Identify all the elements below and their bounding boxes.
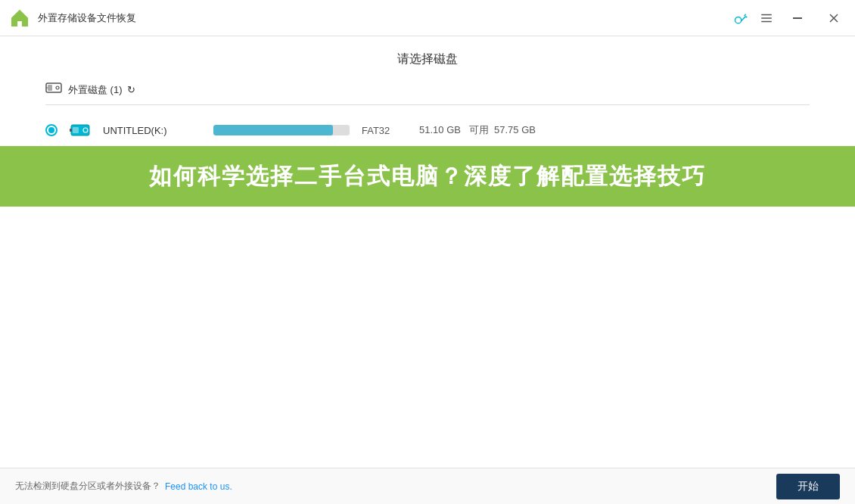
minimize-button[interactable] [785,6,810,30]
main-content: 请选择磁盘 外置磁盘 (1) ↻ UNTITLED(K:) [0,36,855,468]
disk-radio[interactable] [45,124,58,136]
bottom-status: 无法检测到硬盘分区或者外接设备？ Feed back to us. [15,480,232,493]
feedback-link[interactable]: Feed back to us. [165,481,232,492]
disk-filesystem: FAT32 [362,125,407,136]
disk-size-info: 51.10 GB 可用 57.75 GB [419,123,536,137]
close-button[interactable] [822,6,846,30]
usb-drive-icon [70,122,91,138]
home-icon[interactable] [9,8,30,29]
external-drive-section-icon [45,81,62,98]
banner[interactable]: 如何科学选择二手台式电脑？深度了解配置选择技巧 [0,146,855,207]
disk-name: UNTITLED(K:) [103,125,201,136]
titlebar: 外置存储设备文件恢复 [0,0,855,36]
start-button[interactable]: 开始 [776,474,840,499]
app-title: 外置存储设备文件恢复 [38,11,734,25]
svg-point-9 [56,86,59,89]
status-text: 无法检测到硬盘分区或者外接设备？ [15,480,160,493]
bottom-bar: 无法检测到硬盘分区或者外接设备？ Feed back to us. 开始 [0,468,855,504]
disk-row[interactable]: UNTITLED(K:) FAT32 51.10 GB 可用 57.75 GB [45,114,810,146]
menu-icon[interactable] [760,11,773,25]
section-title: 请选择磁盘 [45,51,810,67]
svg-rect-12 [73,127,79,133]
svg-rect-4 [793,17,802,19]
disk-section-label: 外置磁盘 (1) [68,83,123,97]
key-icon[interactable] [734,11,748,25]
svg-rect-8 [48,85,52,91]
disk-section-header: 外置磁盘 (1) ↻ [45,81,810,105]
disk-progress-bar-wrap [213,125,350,135]
disk-radio-inner [48,127,54,133]
svg-point-0 [735,17,742,23]
svg-rect-14 [70,129,72,132]
titlebar-actions [734,6,846,30]
refresh-icon[interactable]: ↻ [127,84,135,95]
disk-progress-bar [213,125,333,135]
banner-text: 如何科学选择二手台式电脑？深度了解配置选择技巧 [149,161,706,192]
